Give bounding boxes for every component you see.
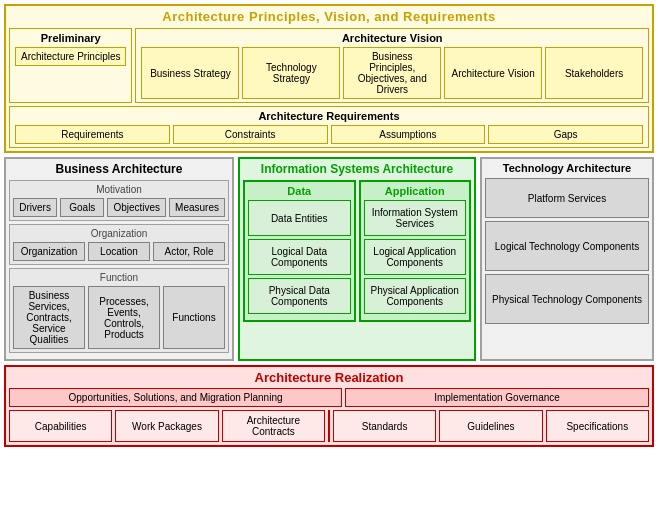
function-label: Function: [13, 272, 225, 283]
preliminary-label: Preliminary: [15, 32, 126, 44]
bottom-divider: [328, 410, 330, 442]
motivation-subsection: Motivation Drivers Goals Objectives Meas…: [9, 180, 229, 221]
top-section: Architecture Principles, Vision, and Req…: [4, 4, 654, 153]
standards-box: Standards: [333, 410, 436, 442]
platform-services-box: Platform Services: [485, 178, 649, 218]
capabilities-box: Capabilities: [9, 410, 112, 442]
arch-contracts-box: Architecture Contracts: [222, 410, 325, 442]
logical-app-box: Logical Application Components: [364, 239, 467, 275]
bottom-row1: Opportunities, Solutions, and Migration …: [9, 388, 649, 407]
arch-req-row: Requirements Constraints Assumptions Gap…: [15, 125, 643, 144]
preliminary-block: Preliminary Architecture Principles: [9, 28, 132, 103]
arch-vision-box: Architecture Vision: [444, 47, 542, 99]
organization-subsection: Organization Organization Location Actor…: [9, 224, 229, 265]
organization-row: Organization Location Actor, Role: [13, 242, 225, 261]
data-col: Data Data Entities Logical Data Componen…: [243, 180, 356, 322]
data-col-title: Data: [248, 185, 351, 197]
biz-services-box: Business Services, Contracts, Service Qu…: [13, 286, 85, 349]
assumptions-box: Assumptions: [331, 125, 486, 144]
arch-vision-inner: Business Strategy Technology Strategy Bu…: [141, 47, 643, 99]
business-arch: Business Architecture Motivation Drivers…: [4, 157, 234, 361]
function-subsection: Function Business Services, Contracts, S…: [9, 268, 229, 353]
organization-label: Organization: [13, 228, 225, 239]
physical-app-box: Physical Application Components: [364, 278, 467, 314]
arch-vision-block: Architecture Vision Business Strategy Te…: [135, 28, 649, 103]
physical-data-box: Physical Data Components: [248, 278, 351, 314]
organization-box: Organization: [13, 242, 85, 261]
app-col-title: Application: [364, 185, 467, 197]
application-col: Application Information System Services …: [359, 180, 472, 322]
actor-role-box: Actor, Role: [153, 242, 225, 261]
info-sys-title: Information Systems Architecture: [243, 162, 471, 176]
business-arch-title: Business Architecture: [9, 162, 229, 176]
info-inner: Data Data Entities Logical Data Componen…: [243, 180, 471, 322]
data-entities-box: Data Entities: [248, 200, 351, 236]
pvr-row: Preliminary Architecture Principles Arch…: [9, 28, 649, 103]
bottom-title: Architecture Realization: [9, 370, 649, 385]
arch-principles-box: Architecture Principles: [15, 47, 126, 66]
arch-vision-label: Architecture Vision: [141, 32, 643, 44]
requirements-box: Requirements: [15, 125, 170, 144]
logical-tech-box: Logical Technology Components: [485, 221, 649, 271]
goals-box: Goals: [60, 198, 104, 217]
opp-sol-block: Opportunities, Solutions, and Migration …: [9, 388, 342, 407]
middle-section: Business Architecture Motivation Drivers…: [4, 157, 654, 361]
arch-req-title: Architecture Requirements: [15, 110, 643, 122]
tech-strategy-box: Technology Strategy: [242, 47, 340, 99]
logical-data-box: Logical Data Components: [248, 239, 351, 275]
main-container: Architecture Principles, Vision, and Req…: [0, 0, 658, 451]
function-row: Business Services, Contracts, Service Qu…: [13, 286, 225, 349]
gaps-box: Gaps: [488, 125, 643, 144]
tech-arch: Technology Architecture Platform Service…: [480, 157, 654, 361]
specifications-box: Specifications: [546, 410, 649, 442]
functions-box: Functions: [163, 286, 225, 349]
stakeholders-box: Stakeholders: [545, 47, 643, 99]
guidelines-box: Guidelines: [439, 410, 542, 442]
bottom-section: Architecture Realization Opportunities, …: [4, 365, 654, 447]
impl-gov-block: Implementation Governance: [345, 388, 649, 407]
motivation-label: Motivation: [13, 184, 225, 195]
processes-box: Processes, Events, Controls, Products: [88, 286, 160, 349]
biz-strategy-box: Business Strategy: [141, 47, 239, 99]
physical-tech-box: Physical Technology Components: [485, 274, 649, 324]
biz-principles-box: Business Principles, Objectives, and Dri…: [343, 47, 441, 99]
constraints-box: Constraints: [173, 125, 328, 144]
arch-req-section: Architecture Requirements Requirements C…: [9, 106, 649, 148]
info-sys-services-box: Information System Services: [364, 200, 467, 236]
measures-box: Measures: [169, 198, 225, 217]
top-section-title: Architecture Principles, Vision, and Req…: [9, 9, 649, 24]
work-packages-box: Work Packages: [115, 410, 218, 442]
info-sys-arch: Information Systems Architecture Data Da…: [238, 157, 476, 361]
drivers-box: Drivers: [13, 198, 57, 217]
tech-arch-title: Technology Architecture: [485, 162, 649, 174]
bottom-row2: Capabilities Work Packages Architecture …: [9, 410, 649, 442]
location-box: Location: [88, 242, 150, 261]
motivation-row: Drivers Goals Objectives Measures: [13, 198, 225, 217]
objectives-box: Objectives: [107, 198, 166, 217]
